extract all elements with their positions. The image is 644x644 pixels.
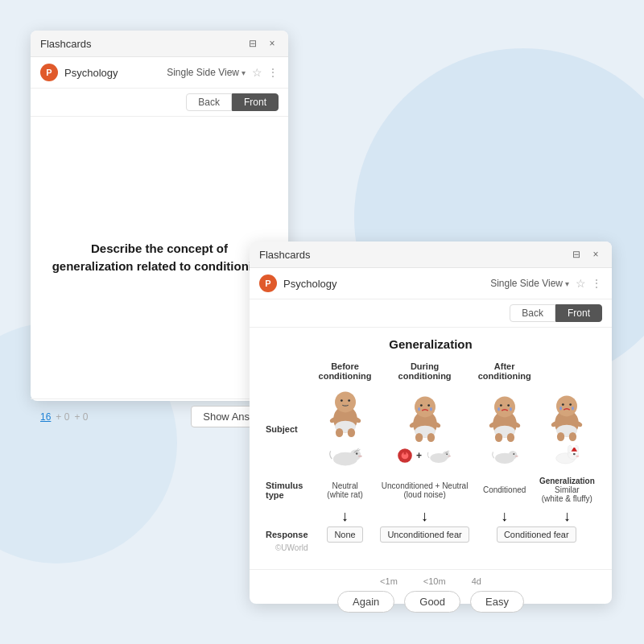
titlebar-front: Flashcards ⊟ × bbox=[250, 242, 612, 268]
response-cond: Conditioned fear bbox=[497, 526, 576, 543]
svg-point-16 bbox=[420, 404, 423, 407]
response-during: Unconditioned fear bbox=[376, 527, 474, 542]
fluffy-icon bbox=[551, 444, 583, 468]
more-icon-back[interactable]: ⋮ bbox=[267, 66, 279, 79]
svg-point-12 bbox=[357, 456, 361, 458]
again-button[interactable]: Again bbox=[337, 591, 394, 613]
score-row: 16 + 0 + 0 bbox=[40, 411, 88, 423]
back-btn-back[interactable]: Back bbox=[186, 93, 232, 111]
view-selector-back[interactable]: Single Side View ▾ bbox=[167, 67, 246, 78]
card-actions: <1m <10m 4d Again Good Easy bbox=[250, 569, 612, 621]
easy-button[interactable]: Easy bbox=[470, 591, 524, 613]
card-header-back: P Psychology Single Side View ▾ ☆ ⋮ bbox=[31, 57, 288, 89]
side-toggle-back: Back Front bbox=[31, 89, 288, 117]
more-icon-front[interactable]: ⋮ bbox=[591, 277, 602, 290]
rat-during-icon bbox=[424, 444, 453, 467]
arrow-gen: ↓ bbox=[535, 506, 599, 527]
stimulus-after: Conditioned bbox=[474, 474, 535, 506]
good-button[interactable]: Good bbox=[404, 591, 460, 613]
rat-below-icon bbox=[325, 440, 365, 472]
question-area: Describe the concept of generalization r… bbox=[50, 133, 269, 382]
baby-after-icon bbox=[481, 390, 529, 443]
stimulus-during: Unconditioned + Neutral(loud noise) bbox=[376, 474, 474, 506]
stimulus-gen: GeneralizationSimilar(white & fluffy) bbox=[535, 474, 599, 506]
back-btn-front[interactable]: Back bbox=[510, 304, 555, 322]
svg-point-50 bbox=[570, 403, 572, 406]
svg-point-62 bbox=[576, 456, 580, 457]
svg-point-4 bbox=[348, 399, 350, 402]
svg-point-11 bbox=[355, 452, 357, 455]
close-btn-back[interactable]: × bbox=[266, 37, 279, 50]
svg-point-35 bbox=[507, 404, 510, 407]
svg-point-40 bbox=[497, 407, 500, 411]
score-num[interactable]: 16 bbox=[40, 411, 51, 423]
stimulus-label: Stimulustype bbox=[262, 474, 314, 506]
svg-point-8 bbox=[347, 428, 354, 437]
svg-point-41 bbox=[510, 407, 512, 411]
titlebar-controls-front: ⊟ × bbox=[570, 248, 602, 261]
svg-point-7 bbox=[335, 428, 342, 437]
svg-point-33 bbox=[494, 396, 515, 417]
col-gen bbox=[535, 359, 599, 383]
chevron-down-icon-front: ▾ bbox=[565, 279, 569, 288]
combo-icons: + bbox=[396, 444, 453, 467]
copyright-text: ©UWorld bbox=[262, 542, 599, 554]
baby-gen-cell bbox=[535, 383, 599, 474]
header-icons-back: ☆ ⋮ bbox=[252, 66, 279, 79]
deck-name-front: Psychology bbox=[283, 278, 484, 290]
diagram-title: Generalization bbox=[262, 337, 599, 351]
brand-icon-front: P bbox=[259, 275, 277, 292]
interval-row: <1m <10m 4d bbox=[262, 576, 599, 586]
flashcard-window-front: Flashcards ⊟ × P Psychology Single Side … bbox=[250, 242, 612, 604]
arrow-after: ↓ bbox=[474, 506, 535, 527]
svg-point-38 bbox=[495, 433, 502, 442]
gen-label: Generalization bbox=[539, 477, 595, 485]
subject-row: Subject bbox=[262, 383, 599, 474]
svg-point-30 bbox=[448, 456, 452, 457]
svg-point-61 bbox=[573, 453, 576, 456]
response-uncond: Unconditioned fear bbox=[380, 526, 469, 543]
view-selector-front[interactable]: Single Side View ▾ bbox=[490, 278, 569, 289]
front-btn-front[interactable]: Front bbox=[555, 304, 602, 322]
response-after: Conditioned fear bbox=[474, 527, 599, 542]
svg-point-39 bbox=[506, 433, 514, 442]
svg-point-29 bbox=[446, 453, 448, 455]
response-row: Response None Unconditioned fear Conditi… bbox=[262, 527, 599, 542]
window-title-front: Flashcards bbox=[259, 249, 311, 261]
front-btn-back[interactable]: Front bbox=[232, 93, 279, 111]
svg-point-49 bbox=[562, 403, 564, 406]
star-icon-back[interactable]: ☆ bbox=[252, 66, 262, 79]
interval-1m: <1m bbox=[380, 576, 398, 586]
interval-4d: 4d bbox=[472, 576, 481, 586]
svg-point-2 bbox=[335, 391, 356, 412]
svg-point-45 bbox=[514, 456, 518, 457]
close-btn-front[interactable]: × bbox=[589, 248, 602, 261]
stimulus-before: Neutral(white rat) bbox=[314, 474, 375, 506]
view-label-back: Single Side View bbox=[167, 67, 239, 78]
baby-during-cell: + bbox=[376, 383, 474, 474]
stimulus-row: Stimulustype Neutral(white rat) Uncondit… bbox=[262, 474, 599, 506]
svg-point-20 bbox=[415, 433, 423, 442]
response-none: None bbox=[327, 526, 362, 543]
chevron-down-icon-back: ▾ bbox=[242, 68, 246, 77]
svg-point-44 bbox=[513, 453, 514, 455]
minimize-btn-back[interactable]: ⊟ bbox=[246, 37, 259, 50]
response-label: Response bbox=[262, 527, 314, 542]
plus-sign: + bbox=[416, 450, 422, 461]
svg-point-65 bbox=[573, 445, 576, 448]
titlebar-controls-back: ⊟ × bbox=[246, 37, 279, 50]
subject-label: Subject bbox=[262, 383, 314, 474]
rat-after-icon bbox=[489, 444, 521, 467]
interval-10m: <10m bbox=[423, 576, 446, 586]
svg-rect-26 bbox=[404, 450, 407, 455]
score-incorrect: + 0 bbox=[74, 411, 88, 423]
svg-point-17 bbox=[427, 404, 430, 407]
svg-point-22 bbox=[418, 407, 420, 411]
svg-point-56 bbox=[572, 407, 574, 411]
col-during: Duringconditioning bbox=[376, 359, 474, 383]
arrow-during: ↓ bbox=[376, 506, 474, 527]
svg-point-21 bbox=[427, 433, 434, 442]
brand-icon-back: P bbox=[40, 64, 58, 81]
star-icon-front[interactable]: ☆ bbox=[576, 277, 586, 290]
minimize-btn-front[interactable]: ⊟ bbox=[570, 248, 583, 261]
